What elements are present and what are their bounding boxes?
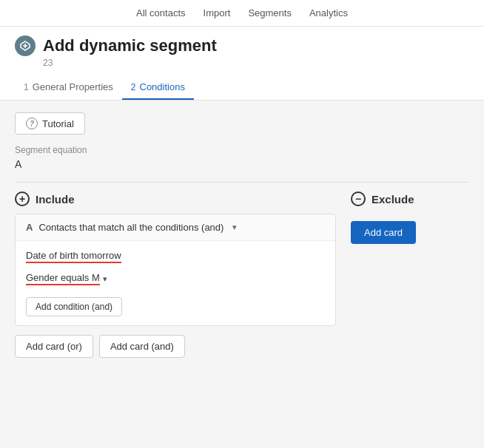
page-title-icon	[15, 35, 36, 56]
tab2-number: 2	[131, 82, 136, 92]
include-card: A Contacts that match all the conditions…	[15, 214, 336, 326]
exclude-section: − Exclude Add card	[351, 191, 469, 244]
tab-conditions[interactable]: 2 Conditions	[122, 75, 194, 100]
card-header[interactable]: A Contacts that match all the conditions…	[16, 214, 335, 241]
tutorial-button[interactable]: ? Tutorial	[15, 112, 85, 135]
nav-analytics[interactable]: Analytics	[309, 7, 348, 18]
exclude-add-card-button[interactable]: Add card	[351, 221, 416, 244]
card-chevron-icon: ▾	[232, 223, 237, 232]
page-subtitle: 23	[15, 58, 469, 68]
equation-value: A	[15, 158, 469, 170]
exclude-icon: −	[351, 191, 366, 206]
condition-1-underline: Date of birth tomorrow	[26, 250, 121, 263]
nav-import[interactable]: Import	[204, 7, 231, 18]
top-nav: All contacts Import Segments Analytics	[0, 0, 484, 27]
condition-2-chevron-icon: ▾	[103, 274, 107, 284]
condition-2-text[interactable]: Gender equals M ▾	[26, 272, 325, 285]
equation-section: Segment equation A	[15, 145, 469, 170]
condition-2-underline: Gender equals M	[26, 272, 100, 285]
page-header: Add dynamic segment 23 1 General Propert…	[0, 27, 484, 101]
include-icon: +	[15, 191, 30, 206]
nav-segments[interactable]: Segments	[248, 7, 292, 18]
card-header-text: Contacts that match all the conditions (…	[38, 222, 223, 233]
card-body: Date of birth tomorrow Gender equals M ▾…	[16, 241, 335, 325]
divider	[15, 182, 469, 183]
add-condition-label: Add condition (and)	[36, 302, 112, 312]
exclude-title: Exclude	[372, 193, 414, 206]
tabs-container: 1 General Properties 2 Conditions	[15, 75, 469, 100]
include-title: Include	[36, 193, 75, 206]
condition-1-text[interactable]: Date of birth tomorrow	[26, 250, 325, 263]
tutorial-label: Tutorial	[42, 118, 74, 129]
card-letter: A	[26, 222, 33, 233]
nav-all-contacts[interactable]: All contacts	[136, 7, 185, 18]
add-condition-button[interactable]: Add condition (and)	[26, 297, 122, 316]
main-content: ? Tutorial Segment equation A + Include …	[0, 101, 484, 370]
tab-general-properties[interactable]: 1 General Properties	[15, 75, 122, 100]
main-grid: + Include A Contacts that match all the …	[15, 191, 469, 358]
exclude-header: − Exclude	[351, 191, 469, 206]
page-title: Add dynamic segment	[43, 36, 217, 55]
include-section: + Include A Contacts that match all the …	[15, 191, 336, 358]
bottom-buttons: Add card (or) Add card (and)	[15, 335, 336, 358]
condition-1: Date of birth tomorrow	[26, 250, 325, 263]
tab1-number: 1	[24, 82, 29, 92]
add-card-or-button[interactable]: Add card (or)	[15, 335, 93, 358]
tutorial-icon: ?	[26, 118, 38, 129]
tab2-label: Conditions	[140, 81, 185, 92]
condition-2: Gender equals M ▾	[26, 272, 325, 285]
tab1-label: General Properties	[33, 81, 113, 92]
equation-label: Segment equation	[15, 145, 469, 155]
add-card-and-button[interactable]: Add card (and)	[99, 335, 185, 358]
include-header: + Include	[15, 191, 336, 206]
